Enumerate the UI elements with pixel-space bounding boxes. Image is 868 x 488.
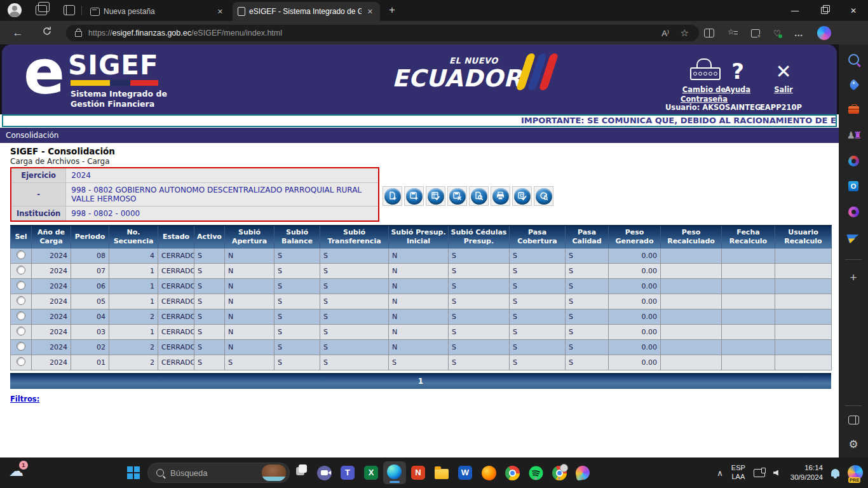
nitro-pdf-app-icon[interactable]: N (410, 465, 426, 480)
sidebar-outlook-icon[interactable]: O (839, 177, 868, 196)
filters-link[interactable]: Filtros: (10, 395, 39, 403)
tab-nueva-pestana[interactable]: Nueva pestaña ✕ (85, 2, 230, 21)
table-cell: CERRADO (158, 325, 194, 340)
table-cell: CERRADO (158, 279, 194, 294)
help-link[interactable]: ? Ayuda (719, 56, 757, 95)
row-select-radio[interactable] (17, 296, 25, 305)
hidden-icons-chevron[interactable]: ∧ (717, 468, 723, 478)
sidebar-tools-icon[interactable] (839, 100, 868, 119)
lock-icon (75, 31, 82, 37)
weather-widget[interactable]: ☁1 (9, 463, 24, 480)
settings-more-icon[interactable]: … (794, 28, 804, 38)
delete-record-button[interactable] (447, 186, 467, 206)
pagination-bar[interactable]: 1 (10, 373, 831, 389)
sidebar-games-icon[interactable]: ♟♜ (839, 126, 868, 145)
taskbar-search[interactable]: Búsqueda (147, 463, 290, 483)
excel-app-icon[interactable]: X (363, 465, 379, 480)
page-content: SIGEF - Consolidación Carga de Archivos … (0, 143, 839, 458)
chrome-app-icon[interactable] (505, 465, 520, 480)
row-select-radio[interactable] (17, 250, 25, 259)
row-select-radio[interactable] (17, 342, 25, 351)
read-aloud-icon[interactable]: A) (661, 29, 668, 38)
copilot-tray-icon[interactable]: PRE (848, 465, 863, 480)
clock[interactable]: 16:1430/9/2024 (790, 463, 823, 482)
row-select-radio[interactable] (17, 266, 25, 274)
spotify-app-icon[interactable] (528, 465, 543, 480)
validate-button[interactable] (426, 186, 445, 206)
paint-app-icon[interactable] (575, 465, 590, 480)
window-close-button[interactable]: ✕ (839, 0, 868, 21)
new-tab-button[interactable]: + (389, 4, 395, 17)
view-details-button[interactable] (469, 186, 489, 206)
sidebar-shopping-icon[interactable] (839, 75, 868, 94)
table-cell: S (194, 355, 225, 370)
row-select-radio[interactable] (17, 357, 25, 366)
profile-avatar-icon[interactable] (8, 3, 22, 17)
meet-app-icon[interactable] (316, 465, 332, 480)
network-icon[interactable] (754, 469, 765, 477)
sidebar-designer-icon[interactable] (839, 202, 868, 221)
approve-button[interactable]: C (512, 186, 532, 206)
row-select-radio[interactable] (17, 327, 25, 336)
window-minimize-button[interactable]: — (780, 0, 810, 21)
browser-essentials-icon[interactable]: ♡ (773, 29, 781, 38)
firefox-app-icon[interactable] (481, 465, 496, 480)
menu-consolidacion[interactable]: Consolidación (6, 128, 58, 143)
sidebar-m365-icon[interactable] (839, 151, 868, 170)
sidebar-settings-icon[interactable]: ⚙ (839, 435, 868, 454)
running-indicator (558, 477, 560, 480)
column-header: Periodo (71, 226, 109, 248)
table-cell: N (225, 309, 275, 325)
sidebar-add-icon[interactable]: + (839, 268, 868, 287)
split-screen-icon[interactable] (704, 29, 714, 37)
table-row: 2024012CERRADOSSSSSSSS0.00 (11, 355, 832, 370)
edge-app-icon-active[interactable] (383, 461, 406, 484)
table-cell: 1 (109, 264, 158, 279)
column-header: Peso Recalculado (661, 226, 722, 248)
favorite-star-icon[interactable]: ☆ (681, 27, 689, 39)
favorites-icon[interactable] (728, 29, 738, 37)
notifications-bell-icon[interactable] (831, 469, 839, 477)
sidebar-drop-icon[interactable] (839, 227, 868, 247)
volume-icon[interactable] (773, 470, 778, 476)
recalculate-button[interactable] (534, 186, 553, 206)
notification-badge: 1 (19, 461, 28, 470)
language-indicator[interactable]: ESPLAA (731, 464, 745, 482)
column-header: Subió Presup. Inicial (389, 226, 449, 248)
address-bar[interactable]: https://esigef.finanzas.gob.ec/eSIGEF/me… (66, 25, 699, 41)
table-cell (661, 264, 722, 279)
table-cell: S (275, 325, 320, 340)
row-select-radio[interactable] (17, 311, 25, 320)
chrome-profile-app-icon[interactable] (552, 465, 567, 480)
print-button[interactable] (491, 186, 510, 206)
print-icon (492, 188, 509, 205)
tab-esigef[interactable]: eSIGEF - Sistema Integrado de G ✕ (233, 2, 380, 21)
teams-app-icon[interactable]: T (340, 465, 355, 480)
ecuador-logo-big-text: ECUADOR (392, 65, 522, 92)
form-label: - (11, 183, 66, 207)
file-explorer-icon[interactable] (434, 465, 449, 480)
browser-tab-bar: Nueva pestaña ✕ eSIGEF - Sistema Integra… (0, 0, 868, 21)
save-add-button[interactable] (404, 186, 424, 206)
copilot-icon[interactable] (817, 26, 831, 40)
word-app-icon[interactable]: W (458, 465, 473, 480)
workspaces-icon[interactable] (36, 5, 47, 15)
sidebar-search-icon[interactable] (839, 50, 868, 69)
page-subtitle: Carga de Archivos - Carga (10, 157, 110, 166)
table-cell: S (449, 279, 510, 294)
task-view-icon[interactable] (296, 467, 304, 475)
new-record-button[interactable] (383, 186, 402, 206)
window-restore-button[interactable] (810, 0, 839, 21)
start-button[interactable] (127, 466, 140, 479)
table-cell (722, 340, 775, 355)
select-cell (11, 248, 32, 264)
table-cell: S (320, 340, 389, 355)
sidebar-panel-icon[interactable] (839, 410, 868, 430)
row-select-radio[interactable] (17, 281, 25, 290)
tab-close-icon[interactable]: ✕ (215, 8, 225, 16)
vertical-tabs-icon[interactable] (64, 5, 75, 15)
logout-link[interactable]: ✕ Salir (764, 56, 803, 95)
tab-close-icon[interactable]: ✕ (365, 8, 375, 16)
collections-icon[interactable] (751, 29, 760, 37)
page-number[interactable]: 1 (418, 377, 423, 386)
